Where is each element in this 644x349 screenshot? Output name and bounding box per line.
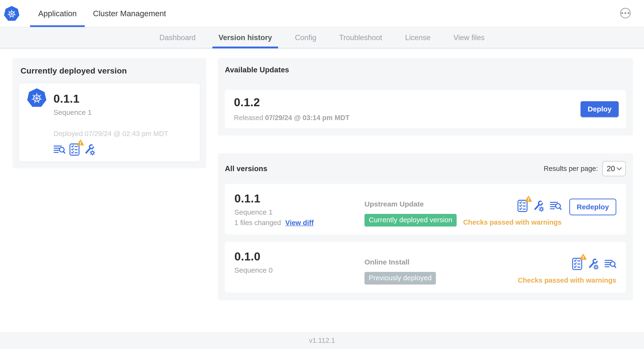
subtab-troubleshoot[interactable]: Troubleshoot — [328, 28, 394, 48]
console-version: v1.112.1 — [309, 336, 335, 344]
preflight-status-text: Checks passed with warnings — [463, 218, 562, 226]
tab-application-label: Application — [38, 9, 76, 18]
app-footer: v1.112.1 — [0, 332, 644, 349]
row-sequence: Sequence 0 — [234, 266, 364, 274]
row-sequence: Sequence 1 — [234, 208, 364, 216]
currently-deployed-badge: Currently deployed version — [364, 214, 456, 226]
top-nav-bar: Application Cluster Management — [0, 0, 644, 28]
version-row: 0.1.1 Sequence 1 1 files changed View di… — [225, 184, 626, 234]
kubernetes-logo — [4, 6, 19, 21]
deploy-logs-icon[interactable] — [54, 144, 66, 155]
deploy-button[interactable]: Deploy — [580, 101, 619, 117]
row-version-number: 0.1.1 — [234, 193, 364, 204]
previously-deployed-badge: Previously deployed — [364, 272, 436, 284]
preflight-checks-icon[interactable] — [517, 200, 528, 212]
deployed-version-tile: 0.1.1 Sequence 1 Deployed 07/29/24 @ 02:… — [19, 84, 200, 162]
ellipsis-icon — [621, 12, 623, 14]
version-source-label: Upstream Update — [364, 200, 463, 208]
subtab-view-files[interactable]: View files — [442, 28, 496, 48]
subtab-dashboard[interactable]: Dashboard — [148, 28, 207, 48]
chevron-down-icon — [616, 167, 622, 170]
warning-icon — [525, 196, 532, 202]
redeploy-button[interactable]: Redeploy — [569, 198, 616, 215]
more-options-button[interactable] — [620, 8, 631, 18]
version-row: 0.1.0 Sequence 0 Online Install Previous… — [225, 242, 626, 292]
update-released-line: Released 07/29/24 @ 03:14 pm MDT — [234, 114, 350, 122]
right-column: Available Updates 0.1.2 Released 07/29/2… — [218, 58, 633, 300]
subtab-config[interactable]: Config — [283, 28, 328, 48]
deploy-logs-icon[interactable] — [550, 200, 562, 212]
app-level-tabs: Application Cluster Management — [30, 0, 174, 27]
view-diff-link[interactable]: View diff — [285, 219, 314, 227]
tab-application[interactable]: Application — [30, 0, 85, 27]
tab-cluster-management[interactable]: Cluster Management — [85, 0, 174, 27]
subtab-license[interactable]: License — [394, 28, 442, 48]
edit-config-icon[interactable] — [84, 144, 96, 156]
edit-config-icon[interactable] — [587, 258, 600, 270]
files-changed-label: 1 files changed — [234, 219, 281, 227]
deployed-timestamp: Deployed 07/29/24 @ 02:43 pm MDT — [54, 130, 168, 137]
preflight-checks-icon[interactable] — [572, 258, 582, 270]
warning-icon — [580, 254, 587, 260]
app-icon-kubernetes — [27, 88, 46, 108]
currently-deployed-title: Currently deployed version — [20, 66, 200, 76]
update-version-number: 0.1.2 — [234, 97, 350, 108]
edit-config-icon[interactable] — [532, 200, 545, 212]
deployed-sequence: Sequence 1 — [54, 108, 168, 116]
all-versions-card: All versions Results per page: 20 — [218, 153, 633, 300]
results-per-page-label: Results per page: — [544, 165, 598, 172]
app-subnav: Dashboard Version history Config Trouble… — [0, 28, 644, 48]
subtab-version-history[interactable]: Version history — [207, 28, 284, 48]
preflight-checks-icon[interactable] — [69, 143, 80, 156]
results-per-page-select[interactable]: 20 — [602, 161, 626, 176]
results-per-page: Results per page: 20 — [544, 161, 626, 176]
preflight-status-text: Checks passed with warnings — [518, 276, 616, 284]
update-row: 0.1.2 Released 07/29/24 @ 03:14 pm MDT D… — [225, 90, 626, 128]
available-updates-card: Available Updates 0.1.2 Released 07/29/2… — [218, 58, 633, 136]
all-versions-title: All versions — [225, 164, 267, 173]
currently-deployed-card: Currently deployed version 0.1.1 Sequenc… — [12, 58, 206, 168]
main-content: Currently deployed version 0.1.1 Sequenc… — [0, 48, 644, 332]
tab-cluster-management-label: Cluster Management — [93, 9, 166, 18]
available-updates-title: Available Updates — [225, 66, 626, 74]
deployed-version-number: 0.1.1 — [54, 93, 168, 104]
update-released-date: 07/29/24 @ 03:14 pm MDT — [265, 114, 350, 122]
version-source-label: Online Install — [364, 258, 518, 266]
warning-icon — [77, 140, 84, 146]
deploy-logs-icon[interactable] — [604, 258, 616, 270]
row-version-number: 0.1.0 — [234, 251, 364, 262]
app-window: Application Cluster Management Dashboard… — [0, 0, 644, 349]
